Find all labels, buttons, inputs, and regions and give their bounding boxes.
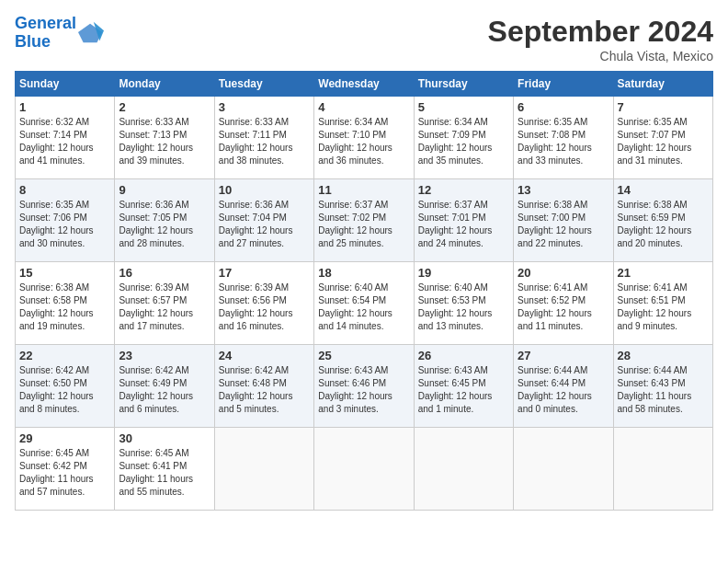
day-number: 28: [618, 349, 709, 362]
day-number: 26: [418, 349, 509, 362]
day-number: 13: [518, 183, 609, 197]
weekday-header-row: SundayMondayTuesdayWednesdayThursdayFrid…: [16, 72, 713, 97]
weekday-header-wednesday: Wednesday: [314, 72, 414, 97]
calendar-cell: 23Sunrise: 6:42 AMSunset: 6:49 PMDayligh…: [115, 345, 214, 428]
calendar-cell: 19Sunrise: 6:40 AMSunset: 6:53 PMDayligh…: [414, 262, 513, 345]
calendar-cell: 3Sunrise: 6:33 AMSunset: 7:11 PMDaylight…: [214, 97, 313, 179]
day-info: Sunrise: 6:35 AMSunset: 7:06 PMDaylight:…: [19, 199, 110, 250]
calendar-cell: 6Sunrise: 6:35 AMSunset: 7:08 PMDaylight…: [514, 97, 613, 179]
calendar-cell: 22Sunrise: 6:42 AMSunset: 6:50 PMDayligh…: [16, 345, 115, 428]
day-info: Sunrise: 6:41 AMSunset: 6:52 PMDaylight:…: [518, 282, 609, 333]
day-number: 22: [19, 349, 110, 362]
day-number: 5: [418, 100, 509, 114]
title-area: September 2024 Chula Vista, Mexico: [488, 15, 713, 63]
week-row-1: 1Sunrise: 6:32 AMSunset: 7:14 PMDaylight…: [16, 97, 713, 179]
day-number: 25: [318, 349, 409, 362]
day-number: 20: [518, 266, 609, 280]
day-number: 23: [119, 349, 210, 362]
day-number: 19: [418, 266, 509, 280]
calendar-cell: 26Sunrise: 6:43 AMSunset: 6:45 PMDayligh…: [414, 345, 513, 428]
calendar-cell: 10Sunrise: 6:36 AMSunset: 7:04 PMDayligh…: [214, 179, 313, 262]
day-info: Sunrise: 6:42 AMSunset: 6:48 PMDaylight:…: [219, 364, 310, 416]
calendar-cell: [514, 428, 613, 511]
day-number: 30: [119, 431, 210, 445]
calendar-cell: 8Sunrise: 6:35 AMSunset: 7:06 PMDaylight…: [16, 179, 115, 262]
calendar-cell: [314, 428, 414, 511]
day-info: Sunrise: 6:33 AMSunset: 7:13 PMDaylight:…: [119, 116, 210, 167]
day-info: Sunrise: 6:34 AMSunset: 7:09 PMDaylight:…: [418, 116, 509, 167]
calendar-cell: 14Sunrise: 6:38 AMSunset: 6:59 PMDayligh…: [613, 179, 712, 262]
day-info: Sunrise: 6:37 AMSunset: 7:01 PMDaylight:…: [418, 199, 509, 250]
weekday-header-sunday: Sunday: [16, 72, 115, 97]
weekday-header-monday: Monday: [115, 72, 214, 97]
header: General Blue September 2024 Chula Vista,…: [15, 15, 713, 63]
day-info: Sunrise: 6:38 AMSunset: 7:00 PMDaylight:…: [518, 199, 609, 250]
day-number: 6: [518, 100, 609, 114]
calendar-cell: 27Sunrise: 6:44 AMSunset: 6:44 PMDayligh…: [514, 345, 613, 428]
calendar-cell: 25Sunrise: 6:43 AMSunset: 6:46 PMDayligh…: [314, 345, 414, 428]
day-info: Sunrise: 6:42 AMSunset: 6:50 PMDaylight:…: [19, 364, 110, 416]
weekday-header-tuesday: Tuesday: [214, 72, 313, 97]
calendar-cell: 24Sunrise: 6:42 AMSunset: 6:48 PMDayligh…: [214, 345, 313, 428]
day-info: Sunrise: 6:36 AMSunset: 7:04 PMDaylight:…: [219, 199, 310, 250]
day-number: 15: [19, 266, 110, 280]
calendar-cell: 5Sunrise: 6:34 AMSunset: 7:09 PMDaylight…: [414, 97, 513, 179]
week-row-4: 22Sunrise: 6:42 AMSunset: 6:50 PMDayligh…: [16, 345, 713, 428]
day-info: Sunrise: 6:35 AMSunset: 7:07 PMDaylight:…: [618, 116, 709, 167]
calendar-cell: 13Sunrise: 6:38 AMSunset: 7:00 PMDayligh…: [514, 179, 613, 262]
day-number: 11: [318, 183, 409, 197]
day-info: Sunrise: 6:40 AMSunset: 6:53 PMDaylight:…: [418, 282, 509, 333]
weekday-header-friday: Friday: [514, 72, 613, 97]
location: Chula Vista, Mexico: [488, 49, 713, 63]
day-info: Sunrise: 6:40 AMSunset: 6:54 PMDaylight:…: [318, 282, 409, 333]
day-number: 29: [19, 431, 110, 445]
week-row-3: 15Sunrise: 6:38 AMSunset: 6:58 PMDayligh…: [16, 262, 713, 345]
day-number: 8: [19, 183, 110, 197]
calendar-cell: 28Sunrise: 6:44 AMSunset: 6:43 PMDayligh…: [613, 345, 712, 428]
calendar-cell: 20Sunrise: 6:41 AMSunset: 6:52 PMDayligh…: [514, 262, 613, 345]
day-info: Sunrise: 6:33 AMSunset: 7:11 PMDaylight:…: [219, 116, 310, 167]
calendar-cell: 16Sunrise: 6:39 AMSunset: 6:57 PMDayligh…: [115, 262, 214, 345]
day-info: Sunrise: 6:36 AMSunset: 7:05 PMDaylight:…: [119, 199, 210, 250]
day-info: Sunrise: 6:44 AMSunset: 6:44 PMDaylight:…: [518, 364, 609, 416]
day-info: Sunrise: 6:35 AMSunset: 7:08 PMDaylight:…: [518, 116, 609, 167]
logo: General Blue: [15, 15, 104, 52]
day-info: Sunrise: 6:41 AMSunset: 6:51 PMDaylight:…: [618, 282, 709, 333]
calendar-cell: 9Sunrise: 6:36 AMSunset: 7:05 PMDaylight…: [115, 179, 214, 262]
day-info: Sunrise: 6:39 AMSunset: 6:56 PMDaylight:…: [219, 282, 310, 333]
calendar: SundayMondayTuesdayWednesdayThursdayFrid…: [15, 71, 713, 511]
day-number: 14: [618, 183, 709, 197]
week-row-5: 29Sunrise: 6:45 AMSunset: 6:42 PMDayligh…: [16, 428, 713, 511]
calendar-cell: [613, 428, 712, 511]
day-number: 16: [119, 266, 210, 280]
day-number: 21: [618, 266, 709, 280]
day-info: Sunrise: 6:43 AMSunset: 6:46 PMDaylight:…: [318, 364, 409, 416]
calendar-cell: 4Sunrise: 6:34 AMSunset: 7:10 PMDaylight…: [314, 97, 414, 179]
calendar-cell: 21Sunrise: 6:41 AMSunset: 6:51 PMDayligh…: [613, 262, 712, 345]
weekday-header-thursday: Thursday: [414, 72, 513, 97]
day-info: Sunrise: 6:34 AMSunset: 7:10 PMDaylight:…: [318, 116, 409, 167]
day-number: 12: [418, 183, 509, 197]
logo-text: General Blue: [15, 15, 76, 52]
calendar-cell: 29Sunrise: 6:45 AMSunset: 6:42 PMDayligh…: [16, 428, 115, 511]
calendar-cell: 1Sunrise: 6:32 AMSunset: 7:14 PMDaylight…: [16, 97, 115, 179]
day-info: Sunrise: 6:32 AMSunset: 7:14 PMDaylight:…: [19, 116, 110, 167]
day-info: Sunrise: 6:42 AMSunset: 6:49 PMDaylight:…: [119, 364, 210, 416]
day-info: Sunrise: 6:38 AMSunset: 6:59 PMDaylight:…: [618, 199, 709, 250]
calendar-cell: [414, 428, 513, 511]
day-info: Sunrise: 6:39 AMSunset: 6:57 PMDaylight:…: [119, 282, 210, 333]
day-info: Sunrise: 6:44 AMSunset: 6:43 PMDaylight:…: [618, 364, 709, 416]
logo-icon: [78, 20, 104, 46]
day-number: 27: [518, 349, 609, 362]
day-number: 4: [318, 100, 409, 114]
day-number: 9: [119, 183, 210, 197]
day-info: Sunrise: 6:37 AMSunset: 7:02 PMDaylight:…: [318, 199, 409, 250]
calendar-cell: 7Sunrise: 6:35 AMSunset: 7:07 PMDaylight…: [613, 97, 712, 179]
month-title: September 2024: [488, 15, 713, 49]
calendar-cell: 2Sunrise: 6:33 AMSunset: 7:13 PMDaylight…: [115, 97, 214, 179]
calendar-cell: 18Sunrise: 6:40 AMSunset: 6:54 PMDayligh…: [314, 262, 414, 345]
day-info: Sunrise: 6:45 AMSunset: 6:41 PMDaylight:…: [119, 447, 210, 499]
day-number: 1: [19, 100, 110, 114]
day-number: 18: [318, 266, 409, 280]
calendar-cell: 30Sunrise: 6:45 AMSunset: 6:41 PMDayligh…: [115, 428, 214, 511]
